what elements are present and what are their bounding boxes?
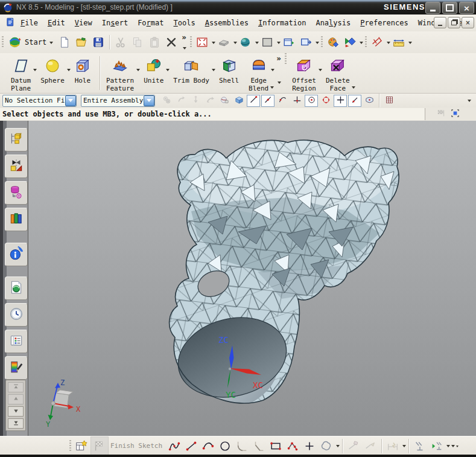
mdi-restore-button[interactable]: [448, 17, 460, 28]
orient-view-button[interactable]: [281, 34, 297, 51]
chevron-down-icon[interactable]: [451, 445, 455, 449]
scroll-to-bottom-button[interactable]: [8, 418, 24, 429]
open-file-button[interactable]: [74, 34, 89, 51]
chevron-down-icon[interactable]: [183, 47, 186, 51]
roles-button[interactable]: [5, 356, 28, 380]
mdi-close-button[interactable]: ×: [462, 17, 474, 28]
line-button[interactable]: [183, 438, 199, 455]
part-navigator-button[interactable]: [5, 181, 28, 205]
pattern-feature-button[interactable]: Pattern Feature: [103, 53, 140, 93]
offset-region-button[interactable]: Offset Region: [288, 53, 322, 93]
chevron-down-icon[interactable]: [277, 42, 281, 46]
menu-view[interactable]: View: [70, 17, 97, 29]
menu-file[interactable]: File: [16, 17, 43, 29]
edge-blend-button[interactable]: Edge Blend: [245, 53, 274, 93]
maximize-button[interactable]: [442, 2, 457, 14]
snap-mid-point-button[interactable]: [261, 95, 274, 107]
mdi-minimize-button[interactable]: [434, 17, 446, 28]
menu-edit[interactable]: Edit: [43, 17, 70, 29]
snap-point-on-curve-button[interactable]: [348, 95, 361, 107]
trim-body-button[interactable]: Trim Body: [170, 53, 215, 93]
ellipse-button[interactable]: [319, 438, 334, 455]
highlight-rollover-button[interactable]: [218, 95, 231, 107]
snap-existing-point-button[interactable]: [334, 95, 347, 107]
shell-button[interactable]: Shell: [215, 53, 245, 93]
hd3d-tools-button[interactable]: [5, 276, 28, 300]
dialog-rail-button[interactable]: [450, 108, 460, 120]
palettes-button[interactable]: [5, 330, 28, 353]
assembly-navigator-button[interactable]: [5, 128, 28, 152]
selection-scope-combo[interactable]: Entire Assembly: [81, 95, 155, 107]
combo-dropdown-button[interactable]: [144, 95, 154, 106]
fit-view-button[interactable]: [194, 34, 210, 51]
show-shaded-box-button[interactable]: [232, 95, 246, 107]
chevron-down-icon[interactable]: [316, 42, 319, 46]
chevron-down-icon[interactable]: [402, 445, 406, 449]
chevron-down-icon[interactable]: [278, 81, 281, 86]
reuse-library-button[interactable]: [5, 208, 28, 231]
chevron-down-icon[interactable]: [336, 445, 340, 449]
snap-intersection-point-button[interactable]: [290, 95, 303, 107]
view-background-button[interactable]: [259, 34, 275, 51]
constraint-navigator-button[interactable]: [5, 155, 28, 178]
arc-button[interactable]: [200, 438, 216, 455]
menu-format[interactable]: Format: [133, 17, 168, 29]
chamfer-button[interactable]: [251, 438, 267, 455]
toolbar-options-chevron[interactable]: [468, 100, 471, 104]
auto-constrain-button[interactable]: [429, 438, 445, 455]
start-menu-button[interactable]: Start: [6, 34, 56, 51]
new-layout-button[interactable]: [298, 34, 314, 51]
delete-button[interactable]: [163, 34, 179, 51]
web-browser-button[interactable]: [5, 243, 28, 266]
scroll-down-button[interactable]: [8, 406, 24, 417]
visualization-palette-button[interactable]: [325, 34, 341, 51]
chevron-down-icon[interactable]: [387, 42, 390, 46]
studio-spline-button[interactable]: [285, 438, 300, 455]
unite-button[interactable]: Unite: [140, 53, 170, 93]
menu-preferences[interactable]: Preferences: [355, 17, 413, 29]
minimize-button[interactable]: [425, 2, 440, 14]
menu-insert[interactable]: Insert: [97, 17, 133, 29]
save-file-button[interactable]: [90, 34, 106, 51]
snap-end-point-button[interactable]: [247, 95, 260, 107]
rectangle-button[interactable]: [268, 438, 284, 455]
snap-arc-center-button[interactable]: [305, 95, 318, 107]
chevron-down-icon[interactable]: [408, 42, 412, 46]
chevron-down-icon[interactable]: [255, 42, 259, 46]
toolbar-overflow-button[interactable]: »: [180, 33, 188, 51]
new-file-button[interactable]: [57, 34, 72, 51]
analysis-ruler-button[interactable]: [391, 34, 407, 51]
sketch-in-task-environment-button[interactable]: [74, 438, 89, 455]
measure-distance-button[interactable]: [369, 34, 385, 51]
chevron-down-icon[interactable]: [360, 42, 363, 46]
close-button[interactable]: ×: [459, 2, 474, 14]
chevron-down-icon[interactable]: [271, 69, 274, 73]
chevron-down-icon[interactable]: [212, 42, 215, 46]
menu-information[interactable]: Information: [253, 17, 311, 29]
history-button[interactable]: [5, 303, 28, 327]
chevron-down-icon[interactable]: [446, 445, 450, 449]
snap-point-on-surface-button[interactable]: [363, 95, 376, 107]
shaded-view-button[interactable]: [216, 34, 232, 51]
toolbar-overflow-button[interactable]: »: [274, 53, 283, 86]
geometric-constraints-button[interactable]: [412, 438, 428, 455]
menu-assemblies[interactable]: Assemblies: [200, 17, 253, 29]
snap-grid-point-button[interactable]: [382, 95, 396, 107]
hole-button[interactable]: Hole: [71, 53, 97, 93]
snap-tangent-point-button[interactable]: [276, 95, 289, 107]
combo-dropdown-button[interactable]: [65, 95, 76, 106]
chevron-down-icon[interactable]: [233, 42, 237, 46]
datum-plane-button[interactable]: Datum Plane: [7, 53, 37, 93]
type-filter-combo[interactable]: No Selection Fi: [2, 95, 77, 107]
point-button[interactable]: [302, 438, 317, 455]
chevron-down-icon[interactable]: [352, 86, 355, 91]
chevron-down-icon[interactable]: [270, 86, 274, 91]
chevron-down-icon[interactable]: [456, 446, 459, 449]
graphics-window[interactable]: ZC XC YC Z: [28, 121, 476, 436]
delete-face-button[interactable]: Delete Face: [322, 53, 356, 93]
rendering-style-button[interactable]: [238, 34, 253, 51]
snap-quadrant-point-button[interactable]: [319, 95, 332, 107]
profile-button[interactable]: [167, 438, 182, 455]
fillet-button[interactable]: [234, 438, 250, 455]
menu-analysis[interactable]: Analysis: [311, 17, 355, 29]
